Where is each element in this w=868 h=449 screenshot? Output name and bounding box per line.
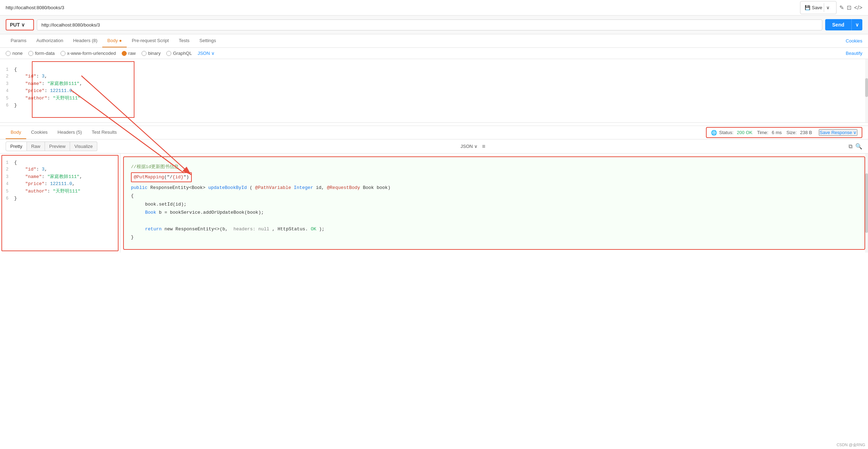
- radio-form-data[interactable]: form-data: [28, 51, 55, 56]
- response-json-select[interactable]: JSON ∨: [461, 144, 478, 149]
- resp-body-tabs: Pretty Raw Preview Visualize: [6, 142, 97, 151]
- page-title: http://localhost:8080/books/3: [6, 5, 64, 10]
- resp-line-2: 2 "id": 3,: [0, 166, 120, 173]
- radio-graphql[interactable]: GraphQL: [166, 51, 192, 56]
- code-line-6: 6 }: [0, 102, 868, 109]
- copy-icon[interactable]: ⧉: [849, 143, 852, 150]
- size-value: 238 B: [800, 130, 812, 135]
- json-dropdown-icon: ∨: [211, 51, 215, 56]
- code-brace-open: {: [131, 192, 857, 200]
- radio-binary[interactable]: binary: [142, 51, 161, 56]
- resp-actions: ⧉ 🔍: [849, 143, 862, 150]
- resp-tab-body[interactable]: Body: [6, 126, 26, 139]
- resp-line-1: 1 {: [0, 159, 120, 166]
- request-body-code: 1 { 2 "id": 3, 3 "name": "家庭教師111", 4 "p…: [0, 62, 868, 113]
- filter-icon[interactable]: ≡: [482, 143, 485, 150]
- resp-line-5: 5 "author": "天野明111": [0, 187, 120, 195]
- tab-headers[interactable]: Headers (8): [68, 34, 103, 47]
- put-mapping-annotation: @PutMapping("/{id}"): [131, 172, 192, 182]
- send-dropdown-icon[interactable]: ∨: [851, 19, 862, 30]
- code-icon[interactable]: </>: [854, 5, 862, 11]
- method-label: PUT: [10, 22, 20, 28]
- resp-line-6: 6 }: [0, 195, 120, 202]
- tab-prerequest[interactable]: Pre-request Script: [127, 34, 174, 47]
- status-area: 🌐 Status: 200 OK Time: 6 ms Size: 238 B …: [706, 127, 862, 138]
- code-line-4: 4 "price": 122111.0,: [0, 87, 868, 94]
- resp-json-dropdown: ∨: [474, 144, 478, 149]
- resp-body-tab-preview[interactable]: Preview: [45, 142, 70, 151]
- radio-formdata-dot: [28, 51, 33, 56]
- tab-settings[interactable]: Settings: [195, 34, 221, 47]
- resp-body-tab-visualize[interactable]: Visualize: [70, 142, 97, 151]
- tab-params[interactable]: Params: [6, 34, 31, 47]
- resp-line-4: 4 "price": 122111.0,: [0, 180, 120, 187]
- code-annotation-line: @PutMapping("/{id}"): [131, 172, 857, 182]
- code-brace-close: }: [131, 233, 857, 241]
- send-label: Send: [825, 19, 851, 30]
- response-tabs-row: Body Cookies Headers (5) Test Results 🌐 …: [0, 126, 868, 139]
- save-response-button[interactable]: Save Response ∨: [819, 129, 857, 136]
- radio-urlencoded[interactable]: x-www-form-urlencoded: [61, 51, 116, 56]
- request-tabs-row: Params Authorization Headers (8) Body ● …: [0, 34, 868, 48]
- status-value: 200 OK: [737, 130, 752, 135]
- search-icon[interactable]: 🔍: [855, 143, 862, 150]
- resp-body-tab-raw[interactable]: Raw: [27, 142, 45, 151]
- code-reference-panel: //根据id更新图书信息 @PutMapping("/{id}") public…: [123, 156, 865, 250]
- tab-body[interactable]: Body ●: [102, 34, 127, 47]
- resp-tab-cookies[interactable]: Cookies: [26, 126, 53, 139]
- body-type-row: none form-data x-www-form-urlencoded raw…: [0, 48, 868, 59]
- cookies-link[interactable]: Cookies: [846, 35, 862, 47]
- resp-body-tab-pretty[interactable]: Pretty: [6, 142, 27, 151]
- send-button[interactable]: Send ∨: [825, 19, 862, 30]
- request-tabs: Params Authorization Headers (8) Body ● …: [6, 34, 221, 47]
- url-input[interactable]: [37, 19, 822, 30]
- json-format-select[interactable]: JSON ∨: [197, 51, 215, 56]
- code-return: return new ResponseEntity<>(b, headers: …: [131, 225, 857, 233]
- beautify-button[interactable]: Beautify: [846, 51, 862, 56]
- top-bar: http://localhost:8080/books/3 💾 Save ∨ ✎…: [0, 0, 868, 16]
- method-dropdown-icon: ∨: [21, 22, 25, 28]
- url-bar: PUT ∨ Send ∨: [0, 16, 868, 34]
- code-blank: [131, 217, 857, 225]
- time-value: 6 ms: [772, 130, 782, 135]
- edit-icon[interactable]: ✎: [839, 4, 844, 11]
- save-button[interactable]: 💾 Save ∨: [800, 1, 837, 14]
- code-method-sig: public ResponseEntity<Book> updateBookBy…: [131, 184, 857, 192]
- code-bookservice: Book b = bookService.addOrUpdateBook(boo…: [131, 208, 857, 217]
- time-label: Time:: [754, 130, 770, 135]
- resp-body-tabs-row: Pretty Raw Preview Visualize JSON ∨ ≡ ⧉ …: [0, 139, 868, 154]
- method-select[interactable]: PUT ∨: [6, 19, 34, 30]
- code-line-2: 2 "id": 3,: [0, 73, 868, 80]
- radio-raw[interactable]: raw: [122, 51, 136, 56]
- resp-tab-testresults[interactable]: Test Results: [87, 126, 122, 139]
- save-icon: 💾: [805, 5, 810, 10]
- resp-tab-headers[interactable]: Headers (5): [53, 126, 87, 139]
- size-label: Size:: [784, 130, 798, 135]
- tab-authorization[interactable]: Authorization: [31, 34, 68, 47]
- code-comment: //根据id更新图书信息: [131, 163, 857, 171]
- radio-urlencoded-dot: [61, 51, 65, 56]
- radio-graphql-dot: [166, 51, 171, 56]
- code-line-1: 1 {: [0, 66, 868, 73]
- code-block: //根据id更新图书信息 @PutMapping("/{id}") public…: [124, 157, 864, 247]
- split-content: 1 { 2 "id": 3, 3 "name": "家庭教師111", 4 "p…: [0, 154, 868, 253]
- response-body-code: 1 { 2 "id": 3, 3 "name": "家庭教師111", 4 "p…: [0, 156, 120, 205]
- tab-tests[interactable]: Tests: [174, 34, 194, 47]
- response-tabs: Body Cookies Headers (5) Test Results: [6, 126, 122, 139]
- code-line-5: 5 "author": "天野明111": [0, 94, 868, 102]
- save-response-dropdown[interactable]: ∨: [853, 130, 857, 135]
- radio-none-dot: [6, 51, 11, 56]
- body-types: none form-data x-www-form-urlencoded raw…: [6, 51, 215, 56]
- radio-raw-dot: [122, 51, 127, 56]
- save-dropdown-arrow[interactable]: ∨: [824, 3, 832, 12]
- top-bar-actions: 💾 Save ∨ ✎ ⊡ </>: [800, 1, 862, 14]
- status-spacer: [814, 130, 817, 135]
- radio-binary-dot: [142, 51, 146, 56]
- globe-icon: 🌐: [711, 130, 717, 136]
- code-line-3: 3 "name": "家庭教師111",: [0, 80, 868, 87]
- radio-none[interactable]: none: [6, 51, 23, 56]
- request-editor[interactable]: 1 { 2 "id": 3, 3 "name": "家庭教師111", 4 "p…: [0, 59, 868, 123]
- split-icon[interactable]: ⊡: [847, 4, 851, 11]
- code-setid: book.setId(id);: [131, 200, 857, 208]
- status-label: Status:: [719, 130, 735, 135]
